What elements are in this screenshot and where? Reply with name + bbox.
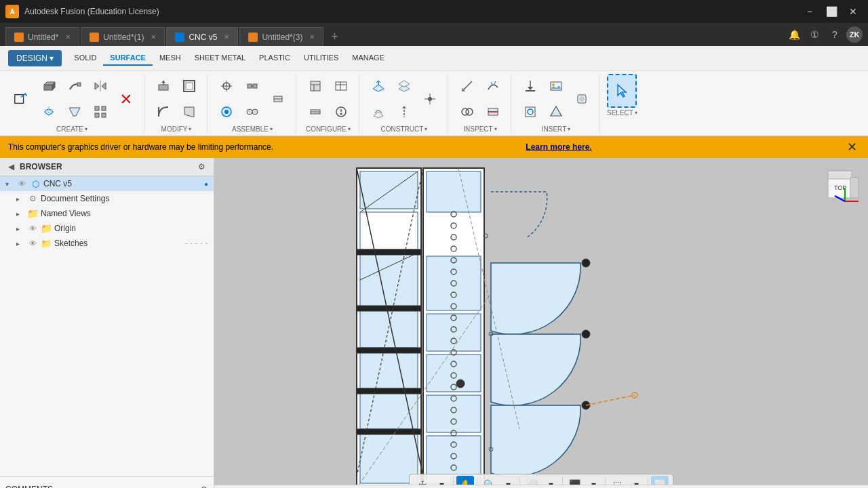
- ribbon-tab-utilities[interactable]: UTILITIES: [297, 51, 345, 66]
- create-label[interactable]: CREATE: [56, 125, 87, 133]
- select-button[interactable]: [607, 74, 637, 108]
- as-built-joint-button[interactable]: [214, 100, 239, 124]
- tree-item-origin[interactable]: ▸ 👁 📁 Origin: [0, 221, 214, 236]
- config2-icon: [309, 105, 322, 119]
- tab-close-untitled2[interactable]: ✕: [151, 33, 156, 41]
- mirror-button[interactable]: [88, 74, 113, 98]
- new-sketch-icon: [14, 92, 27, 106]
- svg-rect-142: [828, 171, 852, 179]
- add-comment-button[interactable]: ⊕: [200, 484, 208, 489]
- browser-empty-space: [0, 251, 214, 476]
- drive-button[interactable]: [266, 87, 290, 111]
- tab-untitled2[interactable]: Untitled*(1) ✕: [81, 27, 165, 46]
- sweep-button[interactable]: [62, 74, 87, 98]
- tree-item-doc-settings[interactable]: ▸ ⚙ Document Settings: [0, 191, 214, 206]
- inspect-label[interactable]: INSPECT: [463, 125, 496, 133]
- browser-collapse-button[interactable]: ◀: [5, 161, 17, 173]
- joint-button[interactable]: [214, 74, 239, 98]
- add-tab-button[interactable]: +: [325, 27, 344, 46]
- pattern-button[interactable]: [88, 100, 113, 124]
- browser-header-left: ◀ BROWSER: [5, 161, 62, 173]
- tab-close-cncv5[interactable]: ✕: [224, 33, 229, 41]
- ribbon-tab-mesh[interactable]: MESH: [153, 51, 188, 66]
- shell-button[interactable]: [177, 74, 201, 98]
- config3-button[interactable]: [329, 100, 353, 124]
- minimize-button[interactable]: −: [800, 4, 819, 19]
- tab-icon-untitled2: [90, 33, 99, 42]
- browser-settings-button[interactable]: ⚙: [195, 161, 208, 173]
- ribbon-tab-solid[interactable]: SOLID: [67, 51, 103, 66]
- config1-button[interactable]: [303, 74, 328, 98]
- midplane-button[interactable]: [392, 74, 416, 98]
- viewport[interactable]: TOP ☩ ▾ ✋ 🔍 ▾ ⬜ ▾ ⬛ ▾ ⬚ ▾ ⬜: [214, 158, 868, 488]
- axis-button[interactable]: [392, 100, 416, 124]
- extrude-button[interactable]: [37, 74, 61, 98]
- tree-item-sketches[interactable]: ▸ 👁 📁 Sketches - - - - -: [0, 236, 214, 251]
- offset-plane-button[interactable]: [366, 74, 391, 98]
- warning-link[interactable]: Learn more here.: [526, 142, 591, 152]
- table-button[interactable]: [329, 74, 353, 98]
- point-button[interactable]: [418, 87, 442, 111]
- contact-button[interactable]: [240, 100, 264, 124]
- insert-label[interactable]: INSERT: [542, 125, 571, 133]
- config2-button[interactable]: [303, 100, 328, 124]
- svg-point-131: [582, 259, 590, 267]
- chamfer-button[interactable]: [177, 100, 201, 124]
- more-create-button[interactable]: [114, 87, 138, 111]
- revolve-icon: [42, 105, 56, 119]
- rigid-group-button[interactable]: [240, 74, 264, 98]
- push-pull-button[interactable]: [151, 74, 176, 98]
- svg-rect-7: [77, 83, 81, 86]
- assemble-label[interactable]: ASSEMBLE: [232, 125, 273, 133]
- insert-canvas-button[interactable]: [544, 74, 568, 98]
- orientation-cube[interactable]: TOP: [825, 167, 859, 201]
- svg-rect-97: [427, 171, 481, 212]
- tangent-plane-button[interactable]: [366, 100, 391, 124]
- titlebar-left: A Autodesk Fusion (Education License): [5, 5, 159, 18]
- ribbon-tab-manage[interactable]: MANAGE: [345, 51, 391, 66]
- new-sketch-button[interactable]: [5, 82, 35, 116]
- tab-close-untitled[interactable]: ✕: [65, 33, 71, 41]
- warning-close-button[interactable]: ✕: [844, 140, 860, 155]
- interference-button[interactable]: [455, 100, 479, 124]
- measure-button[interactable]: [455, 74, 479, 98]
- construct-label[interactable]: CONSTRUCT: [381, 125, 428, 133]
- tab-untitled3[interactable]: Untitled*(3) ✕: [239, 27, 323, 46]
- notifications-button[interactable]: 🔔: [785, 26, 803, 43]
- tree-item-cncv5[interactable]: ▾ 👁 ⬡ CNC v5 ●: [0, 176, 214, 191]
- svg-rect-35: [311, 81, 320, 91]
- ribbon-tab-plastic[interactable]: PLASTIC: [252, 51, 297, 66]
- tab-cncv5[interactable]: CNC v5 ✕: [166, 27, 238, 46]
- restore-button[interactable]: ⬜: [822, 4, 841, 19]
- insert-mesh-button[interactable]: [544, 100, 568, 124]
- revolve-button[interactable]: [37, 100, 61, 124]
- ribbon-tab-sheet-metal[interactable]: SHEET METAL: [188, 51, 252, 66]
- select-label[interactable]: SELECT: [607, 109, 637, 117]
- tree-label-sketches: Sketches: [54, 239, 182, 248]
- insert-svg-button[interactable]: [518, 74, 542, 98]
- offset-plane-icon: [372, 79, 385, 93]
- account-button[interactable]: ①: [806, 26, 823, 43]
- loft-button[interactable]: [62, 100, 87, 124]
- configure-label[interactable]: CONFIGURE: [306, 125, 351, 133]
- construct-buttons: [366, 74, 442, 124]
- user-avatar[interactable]: ZK: [846, 26, 863, 43]
- x-icon: [119, 92, 133, 106]
- modify-label[interactable]: MODIFY: [161, 125, 192, 133]
- modify-buttons: [151, 74, 201, 124]
- tree-arrow-cncv5: ▾: [5, 180, 14, 188]
- insert-dxf-button[interactable]: [518, 100, 542, 124]
- tab-untitled[interactable]: Untitled* ✕: [5, 27, 79, 46]
- close-button[interactable]: ✕: [844, 4, 863, 19]
- activate-icon: ●: [204, 180, 208, 188]
- tree-item-named-views[interactable]: ▸ 📁 Named Views: [0, 206, 214, 221]
- tab-close-untitled3[interactable]: ✕: [309, 33, 315, 41]
- insert-decal-button[interactable]: [570, 87, 594, 111]
- fillet-button[interactable]: [151, 100, 176, 124]
- help-button[interactable]: ?: [826, 26, 844, 43]
- design-mode-button[interactable]: DESIGN ▾: [8, 50, 62, 66]
- ribbon-tab-surface[interactable]: SURFACE: [103, 51, 153, 66]
- curvature-button[interactable]: [481, 74, 505, 98]
- section-analysis-button[interactable]: [481, 100, 505, 124]
- browser-panel: ◀ BROWSER ⚙ ▾ 👁 ⬡ CNC v5 ● ▸ ⚙ Document …: [0, 158, 214, 488]
